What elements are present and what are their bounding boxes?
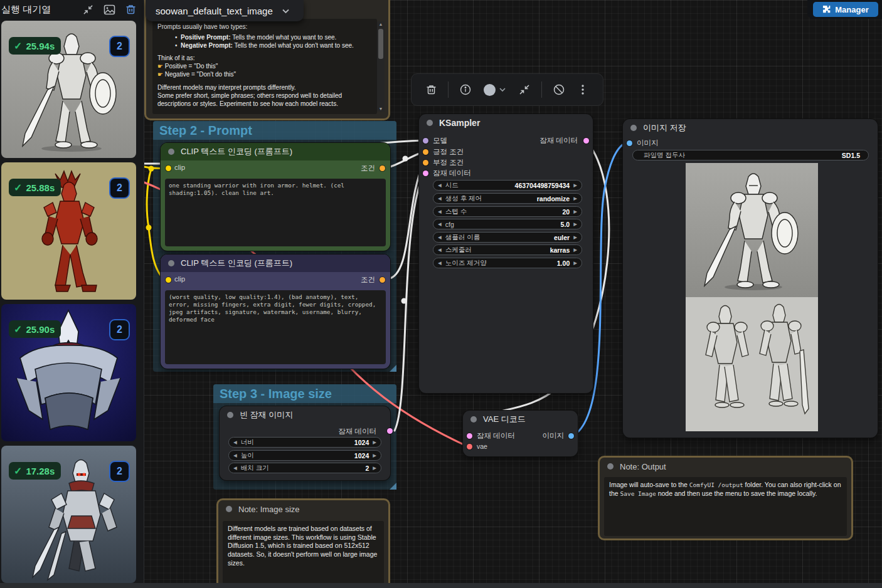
input-dot-vae[interactable] — [467, 444, 472, 449]
output-dot-image[interactable] — [568, 433, 574, 439]
output-dot-cond[interactable] — [380, 165, 385, 171]
node-vae-decode-header[interactable]: VAE 디코드 — [463, 411, 578, 428]
node-empty-latent-header[interactable]: 빈 잠재 이미지 — [220, 406, 390, 424]
note-output-header[interactable]: Note: Output — [600, 458, 851, 475]
queue-item-2[interactable]: ✓ 25.88s 2 — [1, 162, 136, 300]
node-color-picker[interactable] — [477, 78, 513, 102]
info-button[interactable] — [454, 78, 477, 102]
note-output[interactable]: Note: Output Image will auto-save to the… — [598, 456, 853, 540]
input-dot-image[interactable] — [627, 140, 632, 146]
increment-icon[interactable]: ▶ — [573, 209, 577, 214]
input-dot-latent[interactable] — [467, 433, 472, 439]
node-ksampler-header[interactable]: KSampler — [419, 114, 593, 132]
node-clip-positive-header[interactable]: CLIP 텍스트 인코딩 (프롬프트) — [161, 143, 390, 160]
widget-batch-size[interactable]: ◀ 배치 크기 2 ▶ — [228, 463, 381, 473]
collapse-nodes-button[interactable] — [513, 78, 536, 102]
node-empty-latent-image[interactable]: 빈 잠재 이미지 잠재 데이터 ◀ 너비 1024 ▶ ◀ 높이 1024 ▶ … — [220, 406, 390, 480]
scroll-up-icon[interactable]: ▲ — [377, 22, 385, 26]
delete-button[interactable] — [419, 78, 443, 102]
node-vae-decode[interactable]: VAE 디코드 잠재 데이터 vae 이미지 — [463, 411, 578, 456]
increment-icon[interactable]: ▶ — [573, 260, 577, 266]
note-image-size-header[interactable]: Note: Image size — [218, 500, 388, 518]
selection-toolbar[interactable] — [411, 73, 603, 106]
input-dot-clip[interactable] — [166, 165, 171, 171]
widget-denoise[interactable]: ◀ 노이즈 제거양 1.00 ▶ — [433, 258, 582, 268]
input-dot-latent[interactable] — [423, 171, 428, 176]
node-save-image-header[interactable]: 이미지 저장 — [623, 119, 878, 137]
collapse-dot-icon[interactable] — [427, 120, 433, 126]
note-output-text[interactable]: Image will auto-save to the ComfyUI /out… — [604, 477, 847, 536]
node-clip-text-encode-negative[interactable]: CLIP 텍스트 인코딩 (프롬프트) clip 조건 (worst quali… — [161, 255, 390, 369]
queue-item-1[interactable]: ✓ 25.94s 2 — [1, 21, 136, 158]
widget-filename-prefix[interactable]: 파일명 접두사 SD1.5 — [632, 150, 869, 160]
decrement-icon[interactable]: ◀ — [438, 260, 442, 266]
horizontal-scrollbar-track[interactable] — [0, 583, 882, 588]
save-image-preview[interactable] — [686, 163, 818, 431]
bypass-button[interactable] — [547, 78, 571, 102]
collapse-dot-icon[interactable] — [227, 412, 233, 418]
decrement-icon[interactable]: ◀ — [438, 182, 442, 188]
collapse-dot-icon[interactable] — [168, 260, 174, 266]
queue-item-3[interactable]: ✓ 25.90s 2 — [1, 304, 136, 441]
check-icon: ✓ — [14, 182, 22, 194]
increment-icon[interactable]: ▶ — [373, 453, 376, 458]
widget-control-after-generate[interactable]: ◀ 생성 후 제어 randomize ▶ — [433, 193, 582, 204]
increment-icon[interactable]: ▶ — [373, 439, 376, 445]
node-clip-text-encode-positive[interactable]: CLIP 텍스트 인코딩 (프롬프트) clip 조건 one standing… — [161, 143, 390, 251]
increment-icon[interactable]: ▶ — [373, 465, 376, 471]
decrement-icon[interactable]: ◀ — [233, 453, 237, 458]
input-dot-model[interactable] — [423, 138, 428, 144]
scroll-thumb[interactable] — [378, 29, 383, 59]
collapse-dot-icon[interactable] — [607, 463, 614, 470]
node-clip-negative-header[interactable]: CLIP 텍스트 인코딩 (프롬프트) — [161, 255, 390, 272]
collapse-dot-icon[interactable] — [630, 125, 637, 131]
clear-queue-button[interactable] — [124, 3, 137, 16]
collapse-dot-icon[interactable] — [470, 416, 477, 423]
prompt-note-para1: Different models may interpret prompts d… — [157, 83, 372, 92]
node-ksampler[interactable]: KSampler 모델 긍정 조건 부정 조건 잠재 데이터 잠재 데이터 ◀ … — [419, 114, 593, 393]
increment-icon[interactable]: ▶ — [573, 221, 577, 227]
increment-icon[interactable]: ▶ — [573, 182, 577, 188]
increment-icon[interactable]: ▶ — [573, 234, 577, 240]
group-step2-resize-handle[interactable] — [390, 365, 396, 372]
decrement-icon[interactable]: ◀ — [438, 234, 442, 240]
widget-scheduler[interactable]: ◀ 스케줄러 karras ▶ — [433, 244, 582, 255]
input-dot-clip[interactable] — [166, 277, 171, 283]
widget-steps[interactable]: ◀ 스텝 수 20 ▶ — [433, 206, 582, 217]
output-dot-latent[interactable] — [583, 138, 589, 144]
widget-cfg[interactable]: ◀ cfg 5.0 ▶ — [433, 219, 582, 229]
output-dot-cond[interactable] — [380, 277, 385, 283]
increment-icon[interactable]: ▶ — [573, 247, 577, 253]
decrement-icon[interactable]: ◀ — [233, 465, 237, 471]
group-step3-resize-handle[interactable] — [390, 483, 396, 490]
note-image-size-text[interactable]: Different models are trained based on da… — [223, 521, 384, 588]
manager-button[interactable]: Manager — [813, 2, 878, 17]
decrement-icon[interactable]: ◀ — [438, 196, 442, 201]
widget-width[interactable]: ◀ 너비 1024 ▶ — [228, 437, 381, 448]
decrement-icon[interactable]: ◀ — [233, 439, 237, 445]
decrement-icon[interactable]: ◀ — [438, 209, 442, 214]
more-options-button[interactable] — [571, 78, 595, 102]
collapse-dot-icon[interactable] — [226, 506, 232, 512]
note-scrollbar[interactable]: ▲ ▼ — [377, 21, 385, 112]
note-prompt-guide-text[interactable]: Prompts usually have two types: • Positi… — [152, 19, 377, 114]
decrement-icon[interactable]: ◀ — [438, 247, 442, 253]
gallery-view-button[interactable] — [102, 3, 116, 16]
input-dot-positive[interactable] — [423, 149, 428, 155]
widget-height[interactable]: ◀ 높이 1024 ▶ — [228, 450, 381, 461]
widget-seed[interactable]: ◀ 시드 463704498759434 ▶ — [433, 180, 582, 191]
positive-prompt-textarea[interactable]: one standing warrior with iron armor. he… — [165, 179, 386, 246]
node-save-image[interactable]: 이미지 저장 이미지 파일명 접두사 SD1.5 — [623, 119, 878, 438]
input-dot-negative[interactable] — [423, 160, 428, 165]
widget-sampler-name[interactable]: ◀ 샘플러 이름 euler ▶ — [433, 232, 582, 243]
decrement-icon[interactable]: ◀ — [438, 221, 442, 227]
note-image-size[interactable]: Note: Image size Different models are tr… — [216, 498, 390, 588]
collapse-dot-icon[interactable] — [168, 149, 174, 155]
scroll-down-icon[interactable]: ▼ — [377, 107, 385, 111]
workflow-tab-dropdown[interactable]: soowan_default_text_image — [146, 0, 304, 21]
queue-item-4[interactable]: ✓ 17.28s 2 — [1, 446, 136, 583]
output-dot-latent[interactable] — [387, 428, 393, 434]
increment-icon[interactable]: ▶ — [573, 196, 577, 201]
collapse-panel-button[interactable] — [81, 3, 95, 16]
negative-prompt-textarea[interactable]: (worst quality, low quality:1.4), (bad a… — [165, 290, 386, 364]
